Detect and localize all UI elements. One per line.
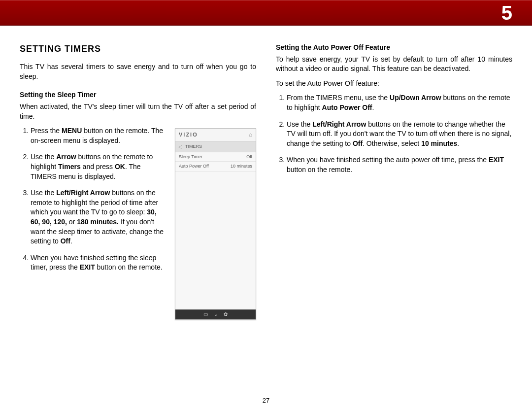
sleep-timer-steps: Press the MENU button on the remote. The… (20, 126, 168, 273)
sleep-timer-intro: When activated, the TV's sleep timer wil… (20, 102, 256, 121)
menu-breadcrumb: ◁ TIMERS (175, 142, 256, 152)
page-content: SETTING TIMERS This TV has several timer… (0, 26, 532, 330)
chapter-header: 5 (0, 0, 532, 26)
page-number: 27 (263, 397, 269, 404)
home-icon: ⌂ (249, 131, 252, 138)
menu-row-value: Off (246, 154, 252, 160)
step-item: When you have finished setting the auto … (287, 155, 512, 174)
menu-row-label: Auto Power Off (179, 163, 209, 170)
step-item: When you have finished setting the sleep… (31, 253, 168, 273)
vizio-logo: VIZIO (179, 131, 198, 138)
menu-footer: ▭ ⌄ ✿ (175, 309, 256, 319)
chapter-number: 5 (501, 1, 512, 24)
section-title: SETTING TIMERS (20, 43, 256, 55)
auto-power-off-lead: To set the Auto Power Off feature: (276, 79, 512, 89)
auto-power-off-steps: From the TIMERS menu, use the Up/Down Ar… (276, 93, 512, 174)
wide-icon: ▭ (203, 311, 208, 318)
sleep-timer-heading: Setting the Sleep Timer (20, 90, 256, 100)
step-item: From the TIMERS menu, use the Up/Down Ar… (287, 93, 512, 112)
menu-row-sleep-timer: Sleep Timer Off (175, 152, 256, 162)
step-item: Use the Arrow buttons on the remote to h… (31, 152, 168, 181)
intro-text: This TV has several timers to save energ… (20, 62, 256, 81)
menu-crumb-label: TIMERS (185, 143, 202, 150)
auto-power-off-intro: To help save energy, your TV is set by d… (276, 55, 512, 74)
left-column: SETTING TIMERS This TV has several timer… (20, 43, 256, 320)
step-item: Press the MENU button on the remote. The… (31, 126, 168, 145)
menu-row-auto-power-off: Auto Power Off 10 minutes (175, 162, 256, 171)
timers-menu-figure: VIZIO ⌂ ◁ TIMERS Sleep Timer Off Auto Po… (175, 128, 256, 320)
back-arrow-icon: ◁ (178, 143, 182, 150)
auto-power-off-heading: Setting the Auto Power Off Feature (276, 43, 512, 53)
step-item: Use the Left/Right Arrow buttons on the … (31, 188, 168, 246)
menu-header: VIZIO ⌂ (175, 129, 256, 141)
step-item: Use the Left/Right Arrow buttons on the … (287, 120, 512, 149)
menu-body-space (175, 171, 256, 309)
menu-row-value: 10 minutes (231, 163, 252, 170)
chevron-down-icon: ⌄ (214, 311, 218, 318)
gear-icon: ✿ (224, 311, 228, 318)
menu-row-label: Sleep Timer (179, 154, 202, 160)
right-column: Setting the Auto Power Off Feature To he… (276, 43, 512, 320)
